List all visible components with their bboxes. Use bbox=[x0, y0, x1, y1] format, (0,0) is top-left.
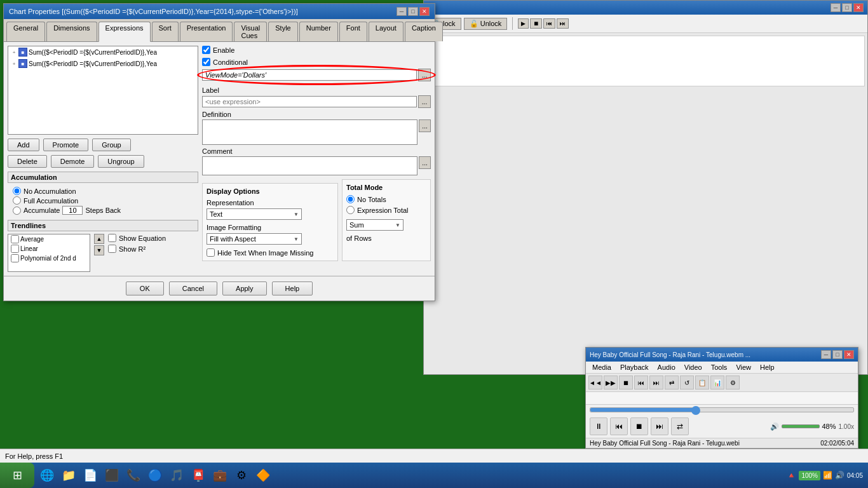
vlc-menu-video[interactable]: Video bbox=[681, 363, 706, 372]
vlc-menu-help[interactable]: Help bbox=[756, 363, 778, 372]
vlc-next-button[interactable]: ⏭ bbox=[651, 417, 668, 435]
sum-dropdown[interactable]: Sum ▼ bbox=[346, 219, 403, 231]
accumulate-radio[interactable] bbox=[13, 207, 21, 215]
vlc-menu-playback[interactable]: Playback bbox=[616, 363, 653, 372]
tab-font[interactable]: Font bbox=[339, 22, 367, 41]
vlc-tool-btn-2[interactable]: ▶▶ bbox=[604, 376, 618, 390]
no-accumulation-option[interactable]: No Accumulation bbox=[13, 187, 193, 195]
conditional-expression-input[interactable] bbox=[202, 69, 417, 81]
taskbar-icon-acrobat[interactable]: 📄 bbox=[80, 465, 100, 485]
taskbar-icon-app2[interactable]: 📮 bbox=[188, 465, 208, 485]
show-r2-check[interactable] bbox=[108, 245, 116, 253]
definition-input[interactable] bbox=[202, 119, 417, 145]
start-button[interactable]: ⊞ bbox=[0, 463, 34, 488]
vlc-menu-audio[interactable]: Audio bbox=[654, 363, 679, 372]
expression-total-radio[interactable] bbox=[346, 206, 355, 214]
group-button[interactable]: Group bbox=[92, 139, 131, 151]
conditional-checkbox[interactable] bbox=[202, 58, 210, 66]
comment-ellipsis[interactable]: ... bbox=[419, 156, 431, 169]
tab-expressions[interactable]: Expressions bbox=[98, 22, 151, 42]
taskbar-icon-app4[interactable]: ⚙ bbox=[231, 465, 252, 485]
tab-visual-cues[interactable]: Visual Cues bbox=[234, 22, 267, 41]
tab-layout[interactable]: Layout bbox=[369, 22, 403, 41]
steps-input[interactable] bbox=[62, 206, 83, 215]
tab-caption[interactable]: Caption bbox=[405, 22, 443, 41]
taskbar-icon-app1[interactable]: ⬛ bbox=[102, 465, 122, 485]
bg-close-button[interactable]: ✕ bbox=[853, 3, 864, 12]
trend-linear-check[interactable] bbox=[11, 245, 19, 253]
ungroup-button[interactable]: Ungroup bbox=[98, 155, 144, 168]
taskbar-icon-winamp[interactable]: 🎵 bbox=[166, 465, 187, 485]
vlc-tool-btn-5[interactable]: ⏭ bbox=[649, 376, 663, 390]
label-input[interactable] bbox=[202, 96, 417, 107]
help-button[interactable]: Help bbox=[272, 281, 313, 295]
comment-input[interactable] bbox=[202, 156, 417, 175]
taskbar-icon-explorer[interactable]: 📁 bbox=[58, 465, 79, 485]
apply-button[interactable]: Apply bbox=[222, 281, 267, 295]
taskbar-icon-app3[interactable]: 💼 bbox=[210, 465, 230, 485]
demote-button[interactable]: Demote bbox=[51, 155, 95, 168]
hide-text-checkbox[interactable] bbox=[207, 248, 215, 257]
vlc-volume-bar[interactable] bbox=[782, 424, 820, 428]
trend-scroll-down[interactable]: ▼ bbox=[94, 245, 104, 255]
toolbar-btn-1[interactable]: ▶ bbox=[518, 18, 529, 29]
full-accumulation-radio[interactable] bbox=[13, 196, 21, 205]
representation-dropdown[interactable]: Text ▼ bbox=[207, 208, 302, 220]
expression-item-1[interactable]: + ■ Sum({$<PeriodID ={$(vCurrentPeriodID… bbox=[8, 46, 198, 58]
trend-average-check[interactable] bbox=[11, 235, 19, 243]
vlc-menu-tools[interactable]: Tools bbox=[707, 363, 731, 372]
full-accumulation-option[interactable]: Full Accumulation bbox=[13, 196, 193, 205]
label-ellipsis[interactable]: ... bbox=[418, 95, 431, 108]
vlc-tool-btn-1[interactable]: ◄◄ bbox=[588, 376, 602, 390]
tab-number[interactable]: Number bbox=[299, 22, 338, 41]
expand-icon-2[interactable]: + bbox=[11, 61, 17, 67]
show-r2-option[interactable]: Show R² bbox=[108, 245, 166, 253]
taskbar-icon-chrome[interactable]: 🔵 bbox=[145, 465, 165, 485]
minimize-button[interactable]: ─ bbox=[397, 7, 407, 16]
close-button[interactable]: ✕ bbox=[419, 7, 430, 16]
add-button[interactable]: Add bbox=[8, 139, 39, 151]
toolbar-btn-4[interactable]: ⏭ bbox=[557, 18, 569, 29]
toolbar-btn-2[interactable]: ⏹ bbox=[530, 18, 542, 29]
tab-general[interactable]: General bbox=[6, 22, 45, 41]
tab-presentation[interactable]: Presentation bbox=[180, 22, 233, 41]
delete-button[interactable]: Delete bbox=[8, 155, 47, 168]
unlock-button[interactable]: 🔓 Unlock bbox=[464, 18, 508, 30]
vlc-minimize-button[interactable]: ─ bbox=[821, 350, 831, 359]
accumulate-option[interactable]: Accumulate Steps Back bbox=[13, 206, 193, 215]
taskbar-icon-ie[interactable]: 🌐 bbox=[37, 465, 57, 485]
trend-average[interactable]: Average bbox=[8, 234, 90, 244]
no-totals-radio[interactable] bbox=[346, 195, 355, 203]
promote-button[interactable]: Promote bbox=[43, 139, 89, 151]
no-accumulation-radio[interactable] bbox=[13, 187, 21, 195]
conditional-expression-ellipsis[interactable]: ... bbox=[418, 69, 431, 81]
taskbar-icon-vlc[interactable]: 🔶 bbox=[253, 465, 273, 485]
trend-linear[interactable]: Linear bbox=[8, 244, 90, 254]
expression-item-2[interactable]: + ■ Sum({$<PeriodID ={$(vCurrentPeriodID… bbox=[8, 58, 198, 69]
tab-dimensions[interactable]: Dimensions bbox=[46, 22, 97, 41]
expression-total-option[interactable]: Expression Total bbox=[346, 206, 426, 214]
restore-button[interactable]: □ bbox=[408, 7, 418, 16]
trend-polynomial-check[interactable] bbox=[11, 254, 19, 262]
vlc-stop-button[interactable]: ⏹ bbox=[630, 417, 648, 435]
vlc-tool-btn-7[interactable]: ↺ bbox=[680, 376, 694, 390]
ok-button[interactable]: OK bbox=[126, 281, 164, 295]
cancel-button[interactable]: Cancel bbox=[169, 281, 217, 295]
hide-text-option[interactable]: Hide Text When Image Missing bbox=[207, 248, 334, 257]
trend-scroll-up[interactable]: ▲ bbox=[94, 234, 104, 244]
vlc-tool-btn-9[interactable]: 📊 bbox=[710, 376, 724, 390]
vlc-menu-view[interactable]: View bbox=[732, 363, 755, 372]
vlc-tool-btn-10[interactable]: ⚙ bbox=[726, 376, 740, 390]
expand-icon-1[interactable]: + bbox=[11, 50, 17, 55]
vlc-progress-bar[interactable] bbox=[590, 407, 854, 412]
vlc-prev-button[interactable]: ⏮ bbox=[610, 417, 628, 435]
vlc-progress-thumb[interactable] bbox=[691, 406, 700, 415]
vlc-tool-btn-3[interactable]: ⏹ bbox=[619, 376, 633, 390]
tab-style[interactable]: Style bbox=[268, 22, 297, 41]
trend-polynomial[interactable]: Polynomial of 2nd d bbox=[8, 254, 90, 263]
image-format-dropdown[interactable]: Fill with Aspect ▼ bbox=[207, 233, 302, 245]
vlc-close-button[interactable]: ✕ bbox=[844, 350, 854, 359]
vlc-shuffle-button[interactable]: ⇄ bbox=[671, 417, 689, 435]
definition-ellipsis[interactable]: ... bbox=[419, 119, 431, 132]
no-totals-option[interactable]: No Totals bbox=[346, 195, 426, 203]
